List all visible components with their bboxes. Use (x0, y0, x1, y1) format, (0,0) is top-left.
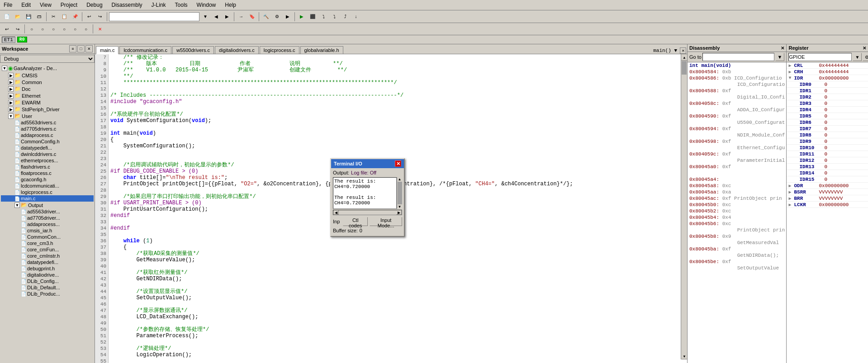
menu-view[interactable]: View (38, 1, 53, 9)
tree-item-adda[interactable]: 📄 addaprocess.c (1, 132, 94, 138)
tree-item-out-dlibdefault[interactable]: 📄 DLib_Default... (1, 284, 94, 291)
dbg-b4[interactable]: ○ (59, 24, 69, 34)
terminal-vscroll[interactable]: ▲ ▼ (397, 177, 402, 209)
menu-tools[interactable]: Tools (173, 1, 190, 9)
tree-item-cmsis[interactable]: ▶ 📁 CMSIS (1, 72, 94, 79)
tab-func-dropdown[interactable]: main() ▼ (651, 48, 679, 53)
tree-toggle-output[interactable]: ▼ (14, 203, 20, 208)
search-combo[interactable] (109, 12, 199, 21)
dbg-b1[interactable]: ○ (27, 24, 37, 34)
debug-run-cursor[interactable]: ↓ (351, 12, 361, 22)
dbg-b2[interactable]: ○ (38, 24, 47, 34)
tree-item-out-dlibproduc[interactable]: 📄 DLib_Produc... (1, 291, 94, 297)
tree-item-ethernet-proc[interactable]: 📄 ethernetproces... (1, 157, 94, 164)
tree-item-flash[interactable]: 📄 flashdrivers.c (1, 164, 94, 170)
tree-item-out-ad5563[interactable]: 📄 ad5563driver... (1, 208, 94, 215)
tab-logicproc[interactable]: logicprocess.c (260, 46, 299, 54)
tree-item-out-corecm3[interactable]: 📄 core_cm3.h (1, 240, 94, 246)
vscroll-thumb[interactable] (682, 61, 687, 75)
terminal-scroll-thumb[interactable] (398, 182, 402, 204)
tree-item-float[interactable]: 📄 floatprocess.c (1, 170, 94, 176)
reg-settings-btn[interactable]: ⚙ (863, 53, 868, 61)
menu-help[interactable]: Help (223, 1, 238, 9)
tree-item-out-commoncon[interactable]: 📄 CommonCon... (1, 234, 94, 240)
tree-item-lcdcomm[interactable]: 📄 lcdcommunicati... (1, 183, 94, 189)
reg-expand-brr[interactable]: ▶ (788, 196, 794, 201)
editor-vscrollbar[interactable]: ▲ ▼ (681, 54, 687, 359)
tree-item-out-coreinstr[interactable]: 📄 core_cmInstr.h (1, 253, 94, 259)
goto-btn[interactable]: → (236, 12, 246, 22)
dbg-b6[interactable]: ○ (81, 24, 91, 34)
tree-item-stdperiph[interactable]: ▶ 📁 StdPeriph_Driver (1, 106, 94, 113)
tree-item-out-ad7705[interactable]: 📄 ad7705driver... (1, 215, 94, 221)
tree-item-ad5563[interactable]: 📄 ad5563drivers.c (1, 119, 94, 126)
terminal-hscroll[interactable]: ◀ ▶ (333, 210, 402, 215)
dbg-b3[interactable]: ○ (48, 24, 58, 34)
vscroll-down[interactable]: ▼ (681, 353, 687, 359)
tree-item-common[interactable]: ▶ 📁 Common (1, 79, 94, 85)
tree-item-root[interactable]: ▼ ◉ GasAnalyzer - De... (1, 65, 94, 72)
reg-expand-crh[interactable]: ▶ (788, 69, 794, 75)
debug-go-btn[interactable]: ▶ (297, 12, 307, 22)
tree-toggle-root[interactable]: ▼ (2, 66, 7, 71)
tree-item-out-digitaliodrive[interactable]: 📄 digitaliodrive... (1, 272, 94, 278)
terminal-ctlcodes-btn[interactable]: Ctl codes (343, 217, 368, 226)
tree-item-main[interactable]: 📄 main.c (1, 195, 94, 202)
dbg-b5[interactable]: ○ (70, 24, 80, 34)
terminal-hscroll-left[interactable]: ◀ (333, 210, 339, 215)
disasm-goto-btn[interactable]: ▼ (775, 53, 785, 61)
compile-btn[interactable]: ▶ (283, 12, 293, 22)
reg-expand-odr[interactable]: ▶ (788, 183, 794, 189)
tab-digitalio[interactable]: digitaliodrivers.c (215, 46, 259, 54)
debug-stepout-btn[interactable]: ⤴ (340, 12, 350, 22)
tree-item-out-dlibconfig[interactable]: 📄 DLib_Config... (1, 278, 94, 284)
tree-item-ethernet[interactable]: ▶ 📁 Ethernet (1, 92, 94, 99)
tab-globalvar[interactable]: globalvariable.h (300, 46, 343, 54)
terminal-title-bar[interactable]: Terminal I/O ✕ (331, 159, 404, 168)
tree-item-logic[interactable]: 📄 logicprocess.c (1, 189, 94, 195)
workspace-btn2[interactable]: □ (77, 45, 85, 52)
reg-expand-bsrr[interactable]: ▶ (788, 189, 794, 195)
disasm-goto-input[interactable] (702, 53, 774, 61)
tree-toggle-doc[interactable]: ▶ (8, 86, 14, 92)
disassembly-close[interactable]: ✕ (781, 46, 784, 51)
register-close[interactable]: ✕ (863, 46, 866, 51)
reg-filter-input[interactable] (788, 53, 852, 61)
terminal-hscroll-right[interactable]: ▶ (396, 210, 402, 215)
tab-main-c[interactable]: main.c (96, 46, 119, 54)
copy-btn[interactable]: 📋 (59, 12, 69, 22)
menu-file[interactable]: File (2, 1, 14, 9)
menu-project[interactable]: Project (59, 1, 79, 9)
tree-item-out-debugprint[interactable]: 📄 debugprint.h (1, 265, 94, 272)
tree-item-commonconfig[interactable]: 📄 CommonConfig.h (1, 138, 94, 145)
terminal-output-area[interactable]: The result is: CH4=0.720000 The result i… (333, 177, 397, 209)
debug-stepover-btn[interactable]: ⤵ (329, 12, 339, 22)
terminal-scroll-down[interactable]: ▼ (398, 205, 402, 209)
tree-item-datatype[interactable]: 📄 datatypedefi... (1, 145, 94, 151)
tab-close-all[interactable]: ✕ (680, 47, 686, 54)
tree-toggle-stdperiph[interactable]: ▶ (8, 107, 14, 112)
open-btn[interactable]: 📂 (13, 12, 23, 22)
reg-expand-idr[interactable]: ▼ (788, 75, 794, 80)
menu-jlink[interactable]: J-Link (150, 1, 168, 9)
tree-toggle-ewarm[interactable]: ▶ (8, 100, 14, 105)
tree-item-dwinlcd[interactable]: 📄 dwinlcddrivers.c (1, 151, 94, 157)
reg-expand-lckr[interactable]: ▶ (788, 202, 794, 207)
dbg-stop-red[interactable]: ✕ (95, 24, 105, 34)
tree-item-output[interactable]: ▼ 📂 Output (1, 202, 94, 208)
tree-item-ad7705[interactable]: 📄 ad7705drivers.c (1, 126, 94, 132)
cut-btn[interactable]: ✂ (48, 12, 58, 22)
menu-edit[interactable]: Edit (19, 1, 33, 9)
debug-stop-btn[interactable]: ⬛ (308, 12, 318, 22)
menu-debug[interactable]: Debug (85, 1, 104, 9)
workspace-close[interactable]: ✕ (85, 45, 93, 52)
tree-toggle-user[interactable]: ▼ (8, 113, 14, 119)
redo-btn[interactable]: ↪ (95, 12, 105, 22)
search-btn[interactable]: ▼ (200, 12, 210, 22)
tree-item-user[interactable]: ▼ 📂 User (1, 113, 94, 119)
tree-toggle-ethernet[interactable]: ▶ (8, 93, 14, 99)
save-all-btn[interactable]: 🗃 (34, 12, 44, 22)
find-next[interactable]: ▶ (222, 12, 232, 22)
tab-lcdcomm[interactable]: lcdcommunication.c (119, 46, 171, 54)
find-prev[interactable]: ◀ (211, 12, 221, 22)
